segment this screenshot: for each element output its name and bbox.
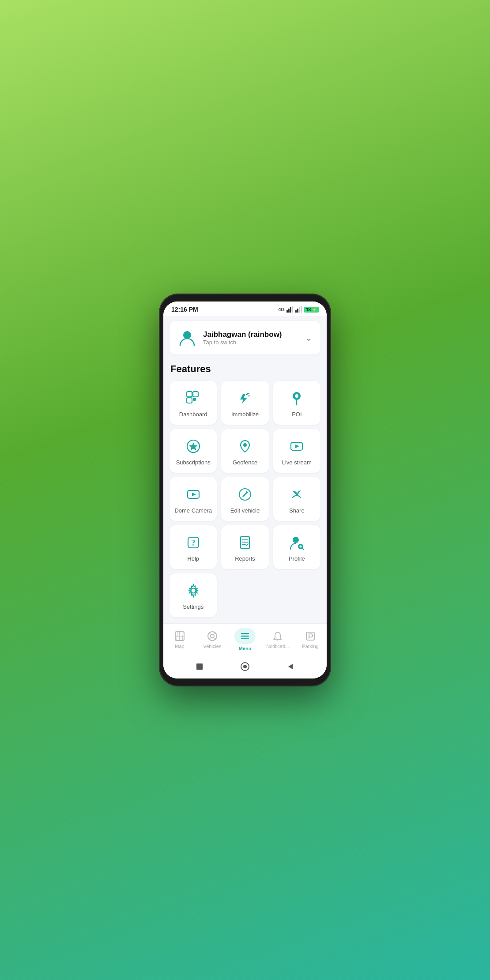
svg-rect-28 bbox=[241, 536, 249, 549]
svg-rect-52 bbox=[196, 663, 203, 670]
main-content: Jaibhagwan (rainbow) Tap to switch ⌄ Fea… bbox=[163, 316, 327, 678]
parking-nav-icon bbox=[305, 630, 316, 642]
immobilize-label: Immobilize bbox=[231, 411, 259, 418]
nav-map[interactable]: Map bbox=[163, 630, 196, 649]
svg-point-34 bbox=[300, 545, 302, 547]
nav-vehicles[interactable]: Vehicles bbox=[196, 630, 229, 649]
dashboard-icon bbox=[185, 390, 202, 407]
nav-map-label: Map bbox=[175, 644, 184, 649]
svg-rect-4 bbox=[295, 310, 297, 313]
share-label: Share bbox=[289, 507, 305, 515]
chevron-down-icon: ⌄ bbox=[305, 332, 313, 343]
feature-reports[interactable]: Reports bbox=[221, 525, 268, 569]
settings-icon bbox=[185, 582, 202, 599]
features-section: Features Dashboard bbox=[163, 360, 327, 623]
bottom-nav: Map Vehicles bbox=[163, 623, 327, 656]
feature-poi[interactable]: POI bbox=[273, 381, 320, 425]
feature-settings[interactable]: Settings bbox=[170, 573, 217, 617]
svg-rect-7 bbox=[301, 306, 302, 313]
feature-subscriptions[interactable]: Subscriptions bbox=[170, 429, 217, 473]
live-stream-label: Live stream bbox=[282, 459, 312, 467]
svg-rect-3 bbox=[292, 306, 293, 313]
geofence-label: Geofence bbox=[233, 459, 257, 467]
poi-label: POI bbox=[292, 411, 302, 418]
system-nav-bar bbox=[163, 656, 327, 678]
svg-point-32 bbox=[293, 537, 299, 543]
geofence-icon bbox=[237, 438, 253, 455]
feature-live-stream[interactable]: Live stream bbox=[273, 429, 320, 473]
dome-camera-icon bbox=[185, 486, 202, 503]
dome-camera-label: Dome Camera bbox=[174, 507, 212, 515]
status-icons: 4G 18 ⚡ bbox=[278, 306, 319, 313]
reports-icon bbox=[237, 534, 253, 551]
signal-bars2-icon bbox=[295, 306, 302, 313]
svg-rect-10 bbox=[193, 392, 198, 397]
feature-help[interactable]: ? Help bbox=[170, 525, 217, 569]
profile-label: Profile bbox=[289, 555, 305, 563]
avatar-icon bbox=[177, 328, 197, 347]
svg-rect-0 bbox=[286, 310, 288, 313]
nav-menu-label: Menu bbox=[239, 646, 252, 651]
svg-point-8 bbox=[183, 331, 191, 339]
feature-edit-vehicle[interactable]: Edit vehicle bbox=[221, 477, 268, 521]
notifications-nav-icon bbox=[272, 630, 283, 642]
svg-rect-2 bbox=[290, 307, 291, 313]
svg-rect-12 bbox=[193, 398, 196, 401]
svg-point-36 bbox=[191, 588, 196, 593]
svg-marker-22 bbox=[295, 445, 299, 448]
map-nav-icon bbox=[174, 630, 185, 642]
profile-info: Jaibhagwan (rainbow) Tap to switch bbox=[203, 330, 299, 346]
subscriptions-label: Subscriptions bbox=[176, 459, 211, 467]
sys-nav-back[interactable] bbox=[286, 662, 295, 671]
dashboard-label: Dashboard bbox=[179, 411, 207, 418]
feature-dashboard[interactable]: Dashboard bbox=[170, 381, 217, 425]
feature-share[interactable]: Share bbox=[273, 477, 320, 521]
edit-vehicle-icon bbox=[237, 486, 253, 503]
feature-profile[interactable]: Profile bbox=[273, 525, 320, 569]
feature-dome-camera[interactable]: Dome Camera bbox=[170, 477, 217, 521]
help-label: Help bbox=[187, 555, 199, 563]
menu-nav-bg bbox=[234, 628, 256, 644]
svg-rect-49 bbox=[241, 635, 249, 637]
square-nav-icon bbox=[196, 663, 204, 671]
feature-geofence[interactable]: Geofence bbox=[221, 429, 268, 473]
svg-rect-5 bbox=[297, 309, 298, 313]
nav-vehicles-label: Vehicles bbox=[204, 644, 222, 649]
nav-notifications-label: Notificati... bbox=[266, 644, 289, 649]
svg-point-54 bbox=[243, 665, 247, 668]
svg-line-35 bbox=[302, 548, 304, 550]
nav-menu[interactable]: Menu bbox=[229, 628, 261, 651]
subscriptions-icon bbox=[185, 438, 202, 455]
status-bar: 12:16 PM 4G 18 ⚡ bbox=[163, 302, 327, 316]
features-title: Features bbox=[170, 363, 320, 375]
share-icon bbox=[288, 486, 305, 503]
features-grid: Dashboard Immobilize bbox=[170, 381, 320, 617]
svg-point-17 bbox=[295, 394, 298, 398]
nav-notifications[interactable]: Notificati... bbox=[261, 630, 294, 649]
svg-rect-11 bbox=[187, 398, 192, 403]
svg-point-20 bbox=[243, 443, 247, 447]
sys-nav-square[interactable] bbox=[195, 662, 204, 671]
circle-nav-icon bbox=[240, 662, 250, 671]
svg-marker-24 bbox=[192, 493, 196, 496]
battery-icon: 18 ⚡ bbox=[304, 307, 319, 313]
vehicles-nav-icon bbox=[207, 630, 218, 642]
nav-parking[interactable]: Parking bbox=[294, 630, 327, 649]
svg-marker-55 bbox=[288, 664, 293, 669]
nav-parking-label: Parking bbox=[302, 644, 318, 649]
profile-card[interactable]: Jaibhagwan (rainbow) Tap to switch ⌄ bbox=[170, 321, 320, 354]
profile-name: Jaibhagwan (rainbow) bbox=[203, 330, 299, 339]
svg-rect-1 bbox=[288, 309, 290, 313]
svg-rect-50 bbox=[241, 638, 249, 639]
svg-rect-51 bbox=[306, 632, 314, 640]
svg-rect-6 bbox=[299, 307, 300, 313]
back-nav-icon bbox=[286, 663, 294, 671]
profile-tap-label: Tap to switch bbox=[203, 339, 299, 346]
svg-point-43 bbox=[211, 634, 214, 638]
sys-nav-home[interactable] bbox=[240, 662, 250, 671]
profile-icon bbox=[288, 534, 305, 551]
feature-immobilize[interactable]: Immobilize bbox=[221, 381, 268, 425]
phone-frame: 12:16 PM 4G 18 ⚡ bbox=[159, 294, 331, 686]
poi-icon bbox=[288, 390, 305, 407]
immobilize-icon bbox=[237, 390, 253, 407]
